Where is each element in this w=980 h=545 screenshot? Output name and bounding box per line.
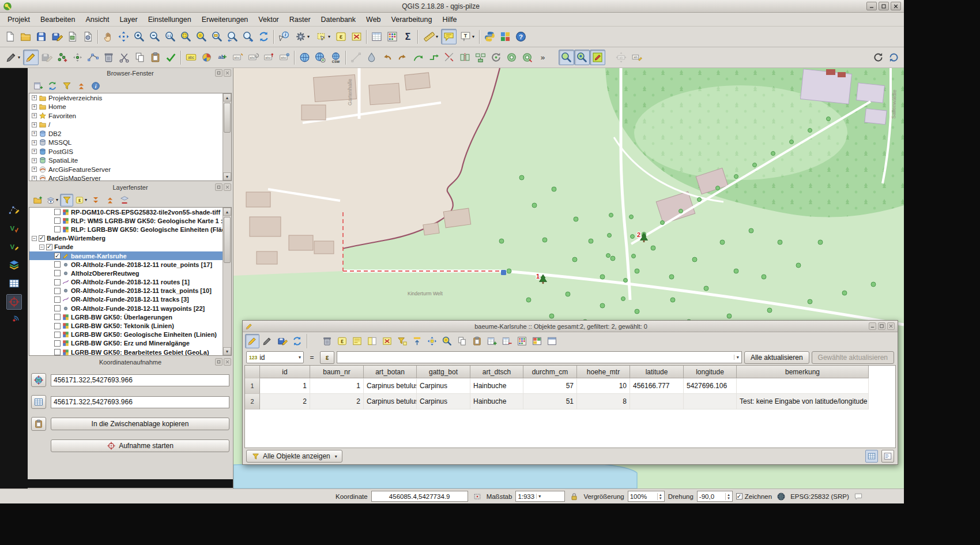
- attribute-table-button[interactable]: [369, 29, 385, 44]
- browser-item[interactable]: /: [29, 121, 223, 130]
- layer-checkbox[interactable]: [54, 332, 61, 338]
- column-header[interactable]: baum_nr: [310, 366, 364, 378]
- current-edits-button[interactable]: [2, 50, 23, 65]
- coordinate-grid-icon[interactable]: [31, 395, 46, 409]
- panel-float-icon[interactable]: [215, 183, 223, 191]
- zoom-full-button[interactable]: [178, 29, 194, 44]
- help-button[interactable]: ?: [513, 29, 529, 44]
- menu-item[interactable]: Vektor: [253, 14, 284, 25]
- browser-item[interactable]: MSSQL: [29, 138, 223, 148]
- table-cell[interactable]: Carpinus betulus: [364, 378, 417, 394]
- vertex-check-button[interactable]: [163, 50, 179, 65]
- toolbar-overflow-chevron[interactable]: »: [535, 50, 551, 65]
- layer-item[interactable]: AltholzObererReutweg: [29, 269, 223, 277]
- layer-checkbox[interactable]: [54, 340, 61, 347]
- zoom-next-button[interactable]: [240, 29, 256, 44]
- dialog-minimize-icon[interactable]: [869, 322, 876, 330]
- collapse-all-button[interactable]: [74, 80, 88, 92]
- label-pie-button[interactable]: [199, 50, 214, 65]
- node-tool-button[interactable]: [85, 50, 101, 65]
- identify-button[interactable]: i: [276, 29, 292, 44]
- delete-field-button[interactable]: [500, 334, 514, 348]
- pan-to-selection-button[interactable]: [425, 334, 439, 348]
- dialog-title-bar[interactable]: baeume-Karlsruhe :: Objekte gesamt:2, ge…: [243, 321, 898, 332]
- update-selected-button[interactable]: Gewählte aktualisieren: [812, 351, 894, 364]
- column-header[interactable]: bemerkung: [737, 366, 869, 378]
- column-header[interactable]: art_botan: [364, 366, 417, 378]
- rotation-spin[interactable]: -90,0: [697, 491, 733, 502]
- properties-widget-button[interactable]: i: [89, 80, 102, 92]
- filter-value-combo[interactable]: [337, 351, 742, 363]
- expander-icon[interactable]: [32, 167, 37, 172]
- rotate-feature-button[interactable]: [488, 50, 504, 65]
- table-cell[interactable]: 2: [310, 394, 364, 409]
- column-header[interactable]: id: [260, 366, 310, 378]
- layer-checkbox[interactable]: [54, 261, 61, 268]
- deselect-all-button[interactable]: [349, 29, 364, 44]
- layer-item[interactable]: Funde: [29, 243, 223, 251]
- refresh-map-button[interactable]: [256, 29, 272, 44]
- extent-toggle-icon[interactable]: [472, 491, 483, 502]
- panel-close-icon[interactable]: [224, 69, 231, 77]
- osm-edit-button[interactable]: [590, 50, 605, 65]
- menu-item[interactable]: Datenbank: [316, 14, 361, 25]
- coordinate-input[interactable]: [371, 491, 468, 502]
- menu-item[interactable]: Projekt: [2, 14, 35, 25]
- cut-features-button[interactable]: [116, 50, 132, 65]
- zoom-to-selection-button[interactable]: [440, 334, 454, 348]
- browser-item[interactable]: PostGIS: [29, 147, 223, 156]
- layer-checkbox[interactable]: [54, 270, 61, 276]
- save-edits-button[interactable]: [275, 334, 289, 348]
- add-feature-button[interactable]: [54, 50, 70, 65]
- table-cell[interactable]: Hainbuche: [470, 394, 523, 409]
- layer-item[interactable]: OR-Altholz-Funde-2018-12-11 routes [1]: [29, 278, 223, 287]
- add-selected-layers-button[interactable]: [31, 80, 44, 92]
- layer-checkbox[interactable]: [54, 323, 61, 329]
- column-header[interactable]: hoehe_mtr: [577, 366, 630, 378]
- advanced-digitizing-button[interactable]: [6, 202, 22, 217]
- select-all-button[interactable]: [350, 334, 364, 348]
- column-header[interactable]: gattg_bot: [417, 366, 470, 378]
- layer-item[interactable]: LGRB-BW GK50: Tektonik (Linien): [29, 321, 223, 330]
- georeferencer-button[interactable]: V: [6, 220, 22, 236]
- layer-checkbox[interactable]: [54, 349, 61, 355]
- layer-item[interactable]: RLP: LGRB-BW GK50: Geologische Einheiten…: [29, 225, 223, 234]
- delete-selected-button[interactable]: [101, 50, 116, 65]
- layers-scrollbar[interactable]: ▲ ▼: [223, 208, 231, 355]
- menu-item[interactable]: Raster: [284, 14, 316, 25]
- layer-item[interactable]: LGRB-BW GK50: Bearbeitetes Gebiet (GeoLa…: [29, 348, 223, 355]
- merge-features-button[interactable]: [473, 50, 488, 65]
- table-cell[interactable]: [737, 378, 869, 394]
- delete-ring-button[interactable]: [519, 50, 535, 65]
- undo-button[interactable]: [379, 50, 395, 65]
- refresh-browser-button[interactable]: [46, 80, 59, 92]
- toggle-editing-button[interactable]: [245, 334, 259, 348]
- topology-checker-button[interactable]: V: [6, 239, 22, 254]
- panel-float-icon[interactable]: [215, 69, 223, 77]
- filter-value-input[interactable]: [337, 352, 734, 363]
- ows-layer-button[interactable]: [297, 50, 312, 65]
- revert-button[interactable]: [886, 50, 902, 65]
- expander-icon[interactable]: [32, 236, 37, 241]
- layer-item[interactable]: OR-Altholz-Funde-2018-12-11 tracks [3]: [29, 295, 223, 304]
- label-add-button[interactable]: ab: [214, 50, 230, 65]
- clipboard-icon[interactable]: [31, 417, 46, 431]
- deselect-button[interactable]: [380, 334, 394, 348]
- layer-checkbox[interactable]: [54, 288, 61, 294]
- table-cell[interactable]: [630, 394, 684, 409]
- layer-checkbox[interactable]: [54, 226, 61, 232]
- browser-item[interactable]: Projektverzeichnis: [29, 93, 223, 103]
- form-view-button[interactable]: [881, 450, 894, 463]
- copy-rows-button[interactable]: [455, 334, 469, 348]
- coordinate-capture-button[interactable]: [6, 294, 22, 310]
- zoom-to-layer-button[interactable]: [209, 29, 225, 44]
- layer-checkbox[interactable]: [39, 235, 45, 242]
- split-features-button[interactable]: [442, 50, 457, 65]
- change-label-button[interactable]: ab: [629, 50, 644, 65]
- layer-checkbox[interactable]: [54, 253, 61, 259]
- browser-scrollbar[interactable]: ▲ ▼: [223, 93, 231, 181]
- fill-ring-button[interactable]: [504, 50, 519, 65]
- table-cell[interactable]: 1: [260, 378, 310, 394]
- field-calculator-button[interactable]: [385, 29, 400, 44]
- dialog-maximize-icon[interactable]: [878, 322, 885, 330]
